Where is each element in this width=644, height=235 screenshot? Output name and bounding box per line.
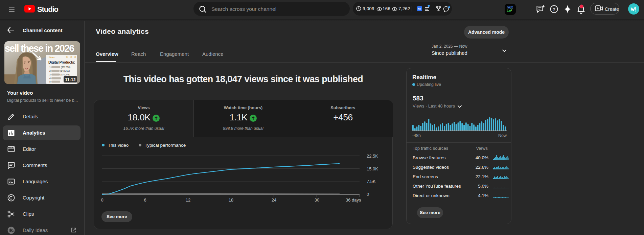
svg-text:5.: 5. (49, 80, 51, 83)
svg-text:1.: 1. (49, 66, 51, 68)
svg-text:($48,210): ($48,210) (60, 70, 70, 72)
svg-text:4.: 4. (49, 77, 51, 79)
svg-text:Digital Products:: Digital Products: (48, 60, 75, 64)
svg-text:($87,358): ($87,358) (61, 66, 70, 69)
svg-text:3.: 3. (49, 73, 51, 76)
svg-text:2.: 2. (49, 70, 51, 72)
svg-text:($76,248): ($76,248) (61, 73, 70, 76)
svg-text:sell these in 2026: sell these in 2026 (5, 43, 74, 54)
svg-text:11:12: 11:12 (65, 77, 75, 82)
svg-text:‹ Notes: ‹ Notes (48, 56, 55, 58)
svg-text:?: ? (553, 7, 555, 12)
